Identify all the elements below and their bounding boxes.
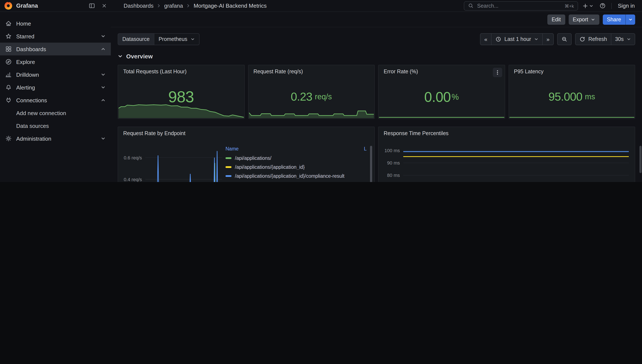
series-name: /api/applications/{application_id}	[235, 164, 304, 170]
percentiles-chart: 100 ms90 ms80 ms70 ms60 ms50 ms23:3023:4…	[384, 146, 629, 182]
chevron-right-icon	[186, 4, 190, 8]
stat-panel-p95-latency: P95 Latency95.000ms	[508, 65, 635, 119]
time-shift-back-button[interactable]: «	[480, 33, 492, 45]
panel-title: Total Requests (Last Hour)	[118, 65, 244, 78]
refresh-button[interactable]: Refresh	[575, 33, 611, 45]
stat-panel-request-rate-req-s: Request Rate (req/s)0.23req/s	[248, 65, 375, 119]
grafana-logo	[4, 2, 12, 10]
sidebar-item-home[interactable]: Home	[0, 17, 111, 30]
series-name: /api/applications/	[235, 155, 271, 160]
legend-last-header[interactable]: L	[364, 146, 366, 151]
kebab-menu-icon	[494, 70, 500, 76]
chevron-down-icon	[191, 37, 195, 41]
plus-icon	[582, 3, 588, 9]
refresh-interval-picker[interactable]: 30s	[611, 33, 635, 45]
section-overview[interactable]: Overview	[118, 52, 635, 60]
page-scrollbar[interactable]	[640, 146, 642, 173]
breadcrumb: Dashboards grafana Mortgage-AI Backend M…	[124, 2, 267, 9]
stat-sparkline	[118, 98, 244, 118]
cog-icon	[5, 135, 12, 142]
legend-item[interactable]: /api/applications/{application_id}/compl…	[226, 171, 366, 180]
chevron-down-icon	[591, 17, 595, 22]
clock-icon	[496, 36, 502, 42]
chart-canvas	[403, 146, 629, 182]
share-button[interactable]: Share	[602, 14, 625, 24]
chevron-down-icon[interactable]	[100, 85, 106, 90]
chevron-up-icon[interactable]	[100, 46, 106, 52]
sign-in-button[interactable]: Sign in	[617, 2, 636, 10]
datasource-picker[interactable]: Prometheus	[154, 33, 200, 45]
breadcrumb-folder[interactable]: grafana	[164, 2, 183, 9]
drilldown-icon	[5, 71, 12, 78]
sidebar-item-label: Drilldown	[16, 72, 39, 78]
breadcrumb-current: Mortgage-AI Backend Metrics	[194, 2, 266, 9]
panel-title: Request Rate by Endpoint	[118, 127, 374, 140]
share-dropdown-button[interactable]	[625, 14, 635, 24]
y-axis-label: 0.4 req/s	[123, 177, 142, 182]
double-chevron-right-icon: »	[546, 36, 550, 42]
sidebar-item-alerting[interactable]: Alerting	[0, 81, 111, 94]
panel-menu-button[interactable]	[492, 68, 502, 77]
dock-panel-icon	[88, 2, 95, 9]
sidebar-item-drilldown[interactable]: Drilldown	[0, 68, 111, 81]
dock-sidebar-button[interactable]	[88, 1, 96, 10]
legend-item[interactable]: /api/applications/{application_id}	[226, 162, 366, 171]
panel-title: P95 Latency	[509, 65, 635, 78]
new-menu-button[interactable]	[582, 1, 594, 10]
sidebar-item-label: Data sources	[16, 122, 49, 129]
series-color-swatch	[226, 175, 232, 177]
y-axis-label: 0.6 req/s	[123, 155, 142, 160]
sidebar-item-starred[interactable]: Starred	[0, 30, 111, 42]
chevron-down-icon	[627, 37, 631, 41]
legend-name-header[interactable]: Name	[226, 146, 238, 151]
chevron-down-icon[interactable]	[100, 136, 106, 141]
time-range-picker[interactable]: Last 1 hour	[492, 33, 543, 45]
legend-item[interactable]: /api/applications/	[226, 154, 366, 162]
time-shift-forward-button[interactable]: »	[543, 33, 554, 45]
double-chevron-left-icon: «	[484, 36, 487, 42]
series-name: /api/applications/{application_id}/compl…	[235, 173, 344, 178]
chart-canvas	[145, 146, 222, 182]
y-axis-label: 90 ms	[384, 160, 400, 166]
sidebar-item-label: Alerting	[16, 84, 35, 90]
panel-request-rate-by-endpoint: Request Rate by Endpoint 0.6 req/s0.4 re…	[118, 126, 375, 182]
app-title: Grafana	[16, 2, 38, 9]
datasource-label: Datasource	[118, 33, 154, 45]
divider	[612, 3, 612, 9]
chevron-up-icon[interactable]	[100, 98, 106, 103]
share-button-group: Share	[602, 14, 635, 24]
sidebar-item-administration[interactable]: Administration	[0, 132, 111, 145]
export-button[interactable]: Export	[568, 14, 599, 24]
breadcrumb-dashboards[interactable]: Dashboards	[124, 2, 154, 9]
dashboard-controls: Datasource Prometheus « Last 1 hour	[118, 33, 635, 45]
search-input[interactable]: Search... ⌘+k	[464, 1, 578, 10]
grafana-app: Grafana Dashboards grafana Mortgage-AI B…	[0, 0, 642, 182]
legend-vertical-scrollbar[interactable]	[370, 146, 372, 182]
sidebar-item-dashboards[interactable]: Dashboards	[0, 42, 111, 56]
chevron-down-icon[interactable]	[100, 34, 106, 39]
sidebar-item-data-sources[interactable]: Data sources	[0, 119, 111, 132]
stat-sparkline	[379, 113, 504, 118]
refresh-icon	[579, 36, 585, 42]
sidebar-item-add-new-connection[interactable]: Add new connection	[0, 106, 111, 119]
chevron-down-icon[interactable]	[100, 72, 106, 77]
top-nav-bar: Grafana Dashboards grafana Mortgage-AI B…	[0, 0, 642, 12]
request-rate-chart: 0.6 req/s0.4 req/s0.2 req/s0 req/s23:300…	[123, 146, 222, 182]
edit-button[interactable]: Edit	[547, 14, 565, 24]
sidebar-item-label: Administration	[16, 135, 51, 142]
sidebar-item-connections[interactable]: Connections	[0, 94, 111, 106]
stat-panel-error-rate: Error Rate (%)0.00%	[378, 65, 505, 119]
sidebar-item-explore[interactable]: Explore	[0, 56, 111, 68]
sidebar-item-label: Explore	[16, 58, 35, 65]
close-sidebar-button[interactable]	[100, 1, 108, 10]
legend-header: NameL	[226, 145, 366, 152]
stat-value: 95.000ms	[512, 78, 631, 116]
zoom-out-button[interactable]	[557, 33, 572, 45]
panel-title: Error Rate (%)	[378, 65, 504, 78]
y-axis-label: 100 ms	[384, 148, 400, 153]
series-color-swatch	[226, 157, 232, 159]
legend-item[interactable]: /api/applications/{application_id}/condi…	[226, 180, 366, 182]
sidebar-item-label: Dashboards	[16, 46, 46, 52]
sidebar-item-label: Home	[16, 20, 31, 27]
help-button[interactable]	[598, 1, 607, 10]
